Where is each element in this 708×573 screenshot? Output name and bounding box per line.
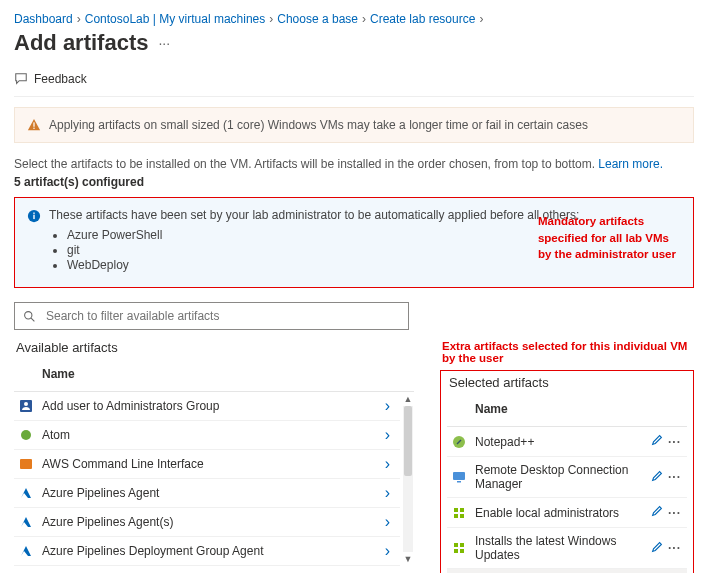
- svg-point-8: [24, 402, 28, 406]
- artifact-icon: [18, 543, 34, 559]
- available-artifacts-list: Add user to Administrators Group›Atom›AW…: [14, 392, 400, 566]
- svg-rect-13: [457, 481, 461, 483]
- artifact-name: Azure Pipelines Agent(s): [42, 515, 385, 529]
- artifact-search-box[interactable]: [14, 302, 409, 330]
- available-artifact-row[interactable]: Add user to Administrators Group›: [14, 392, 400, 421]
- selected-artifact-row[interactable]: Installs the latest Windows Updates···: [447, 528, 687, 569]
- svg-rect-14: [454, 508, 458, 512]
- row-more-icon[interactable]: ···: [666, 470, 683, 484]
- available-artifact-row[interactable]: Azure Pipelines Deployment Group Agent›: [14, 537, 400, 566]
- artifact-name: Notepad++: [475, 435, 650, 449]
- more-menu-icon[interactable]: ···: [158, 35, 170, 51]
- selected-artifact-row[interactable]: Enable local administrators···: [447, 498, 687, 528]
- chevron-right-icon[interactable]: ›: [385, 456, 394, 472]
- breadcrumb-item[interactable]: Choose a base: [277, 12, 358, 26]
- breadcrumb-separator: ›: [362, 12, 366, 26]
- breadcrumb-separator: ›: [479, 12, 483, 26]
- svg-rect-0: [33, 122, 34, 126]
- svg-rect-17: [460, 514, 464, 518]
- artifact-name: Azure Pipelines Agent: [42, 486, 385, 500]
- edit-icon[interactable]: [650, 540, 664, 557]
- available-name-header[interactable]: Name: [14, 361, 414, 392]
- artifact-name: Atom: [42, 428, 385, 442]
- feedback-label: Feedback: [34, 72, 87, 86]
- artifact-icon: [18, 427, 34, 443]
- selected-artifact-row[interactable]: Remote Desktop Connection Manager···: [447, 457, 687, 498]
- artifact-icon: [451, 434, 467, 450]
- available-artifacts-title: Available artifacts: [16, 340, 414, 355]
- artifact-name: Enable local administrators: [475, 506, 650, 520]
- mandatory-artifact-item: Azure PowerShell: [67, 228, 579, 242]
- warning-text: Applying artifacts on small sized (1 cor…: [49, 118, 588, 132]
- row-more-icon[interactable]: ···: [666, 541, 683, 555]
- artifact-name: Installs the latest Windows Updates: [475, 534, 650, 562]
- learn-more-link[interactable]: Learn more.: [598, 157, 663, 171]
- svg-rect-10: [20, 459, 32, 469]
- svg-rect-19: [460, 543, 464, 547]
- artifact-name: AWS Command Line Interface: [42, 457, 385, 471]
- svg-rect-20: [454, 549, 458, 553]
- chevron-right-icon[interactable]: ›: [385, 398, 394, 414]
- artifact-icon: [451, 505, 467, 521]
- available-artifact-row[interactable]: Azure Pipelines Agent(s)›: [14, 508, 400, 537]
- mandatory-artifacts-list: Azure PowerShellgitWebDeploy: [67, 228, 579, 272]
- chevron-right-icon[interactable]: ›: [385, 485, 394, 501]
- scroll-thumb[interactable]: [404, 406, 412, 476]
- mandatory-intro: These artifacts have been set by your la…: [49, 208, 579, 222]
- artifact-name: Azure Pipelines Deployment Group Agent: [42, 544, 385, 558]
- mandatory-overlay-caption: Mandatory artifactsspecified for all lab…: [538, 213, 676, 263]
- chevron-right-icon[interactable]: ›: [385, 427, 394, 443]
- selected-name-header[interactable]: Name: [447, 396, 687, 427]
- description-text: Select the artifacts to be installed on …: [14, 157, 694, 171]
- selected-artifacts-list: Notepad++···Remote Desktop Connection Ma…: [447, 427, 687, 573]
- mandatory-artifact-item: git: [67, 243, 579, 257]
- edit-icon[interactable]: [650, 469, 664, 486]
- available-artifact-row[interactable]: Atom›: [14, 421, 400, 450]
- search-icon: [23, 310, 36, 323]
- breadcrumb-separator: ›: [77, 12, 81, 26]
- selected-artifacts-title: Selected artifacts: [449, 375, 687, 390]
- configured-count: 5 artifact(s) configured: [14, 175, 694, 189]
- available-scrollbar[interactable]: ▲ ▼: [402, 392, 414, 566]
- feedback-icon: [14, 72, 28, 86]
- artifact-name: Remote Desktop Connection Manager: [475, 463, 650, 491]
- row-more-icon[interactable]: ···: [666, 435, 683, 449]
- scroll-up-icon[interactable]: ▲: [404, 392, 413, 406]
- extra-artifacts-caption: Extra artifacts selected for this indivi…: [442, 340, 694, 364]
- chevron-right-icon[interactable]: ›: [385, 514, 394, 530]
- breadcrumb: Dashboard›ContosoLab | My virtual machin…: [14, 12, 694, 26]
- artifact-icon: [451, 469, 467, 485]
- edit-icon[interactable]: [650, 433, 664, 450]
- svg-rect-3: [33, 215, 34, 219]
- scroll-down-icon[interactable]: ▼: [404, 552, 413, 566]
- page-title: Add artifacts: [14, 30, 148, 56]
- row-more-icon[interactable]: ···: [666, 506, 683, 520]
- svg-point-5: [25, 311, 32, 318]
- svg-point-9: [21, 430, 31, 440]
- svg-rect-12: [453, 472, 465, 480]
- available-artifact-row[interactable]: AWS Command Line Interface›: [14, 450, 400, 479]
- edit-icon[interactable]: [650, 504, 664, 521]
- mandatory-artifact-item: WebDeploy: [67, 258, 579, 272]
- artifact-name: Add user to Administrators Group: [42, 399, 385, 413]
- chevron-right-icon[interactable]: ›: [385, 543, 394, 559]
- selected-artifacts-box: Selected artifacts Name Notepad++···Remo…: [440, 370, 694, 573]
- artifact-icon: [18, 398, 34, 414]
- svg-rect-15: [460, 508, 464, 512]
- breadcrumb-item[interactable]: Dashboard: [14, 12, 73, 26]
- svg-rect-16: [454, 514, 458, 518]
- available-artifact-row[interactable]: Azure Pipelines Agent›: [14, 479, 400, 508]
- svg-rect-4: [33, 213, 34, 214]
- breadcrumb-item[interactable]: Create lab resource: [370, 12, 475, 26]
- selected-artifact-row[interactable]: Notepad++···: [447, 427, 687, 457]
- svg-rect-21: [460, 549, 464, 553]
- breadcrumb-separator: ›: [269, 12, 273, 26]
- warning-banner: Applying artifacts on small sized (1 cor…: [14, 107, 694, 143]
- feedback-link[interactable]: Feedback: [14, 66, 694, 96]
- breadcrumb-item[interactable]: ContosoLab | My virtual machines: [85, 12, 266, 26]
- warning-icon: [27, 118, 41, 132]
- svg-line-6: [31, 318, 34, 321]
- artifact-icon: [18, 456, 34, 472]
- artifact-search-input[interactable]: [44, 308, 400, 324]
- selected-artifact-row[interactable]: Restart···: [447, 569, 687, 573]
